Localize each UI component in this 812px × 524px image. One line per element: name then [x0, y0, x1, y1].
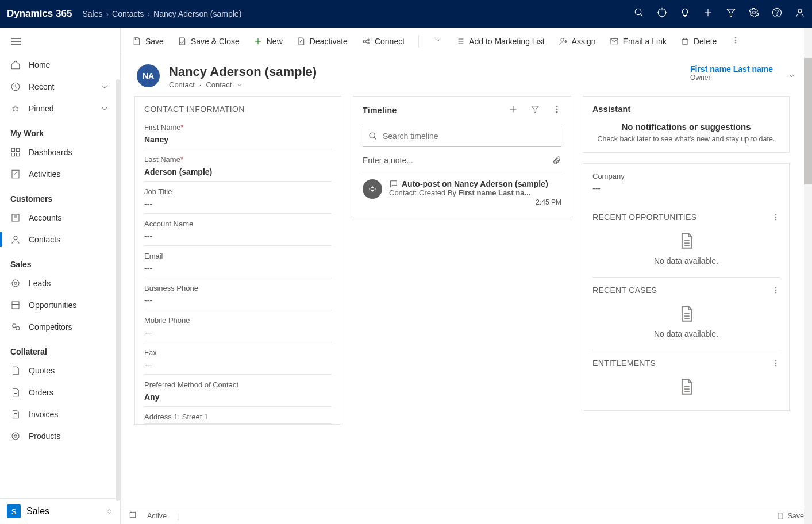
- field-label: Address 1: Street 1: [144, 413, 332, 421]
- invoice-icon: [10, 409, 21, 419]
- field-label: Preferred Method of Contact: [144, 380, 332, 389]
- field-value[interactable]: ---: [144, 260, 332, 275]
- timeline-item[interactable]: Auto-post on Nancy Aderson (sample) Cont…: [363, 172, 561, 209]
- lightbulb-icon[interactable]: [680, 7, 690, 20]
- connect-dropdown[interactable]: [434, 36, 442, 46]
- sidebar-group-customers: Customers: [0, 185, 120, 207]
- sidebar-item-label: Dashboards: [29, 148, 72, 157]
- recent-icon: [10, 82, 21, 92]
- timeline-note-input[interactable]: Enter a note...: [363, 151, 561, 172]
- company-value[interactable]: ---: [592, 180, 780, 195]
- more-vertical-icon[interactable]: [772, 286, 780, 294]
- assign-button[interactable]: Assign: [559, 37, 596, 46]
- more-vertical-icon[interactable]: [772, 213, 780, 221]
- page-scrollbar[interactable]: [804, 28, 812, 524]
- timeline-item-title: Auto-post on Nancy Aderson (sample): [402, 179, 548, 188]
- search-icon[interactable]: [634, 7, 644, 20]
- form-field[interactable]: Last Name*Aderson (sample): [144, 149, 332, 182]
- filter-icon[interactable]: [726, 7, 736, 20]
- form-field[interactable]: Preferred Method of ContactAny: [144, 375, 332, 407]
- sidebar-item-orders[interactable]: Orders: [0, 382, 120, 403]
- header-expand-button[interactable]: [788, 72, 796, 82]
- timeline-more-button[interactable]: [552, 105, 561, 115]
- contact-info-card: CONTACT INFORMATION First Name*NancyLast…: [134, 96, 341, 425]
- sidebar-item-invoices[interactable]: Invoices: [0, 403, 120, 425]
- gear-icon[interactable]: [749, 7, 759, 20]
- sidebar-item-accounts[interactable]: Accounts: [0, 207, 120, 229]
- sidebar-item-opportunities[interactable]: Opportunities: [0, 294, 120, 316]
- sidebar-item-label: Quotes: [29, 366, 55, 375]
- autopost-icon: [363, 179, 382, 199]
- entity-label: Contact: [169, 80, 195, 89]
- svg-point-66: [371, 187, 374, 190]
- hamburger-button[interactable]: [0, 28, 120, 54]
- form-field[interactable]: Email---: [144, 246, 332, 278]
- sidebar-app-switcher[interactable]: S Sales: [0, 498, 120, 524]
- field-value[interactable]: ---: [144, 357, 332, 372]
- chevron-right-icon: ›: [106, 9, 109, 18]
- field-value[interactable]: Any: [144, 389, 332, 404]
- sidebar-item-label: Pinned: [29, 104, 54, 113]
- delete-button[interactable]: Delete: [680, 37, 717, 46]
- breadcrumb-item[interactable]: Nancy Aderson (sample): [153, 9, 241, 18]
- sidebar-item-activities[interactable]: Activities: [0, 163, 120, 185]
- sidebar-item-dashboards[interactable]: Dashboards: [0, 141, 120, 163]
- sidebar-item-recent[interactable]: Recent: [0, 76, 120, 98]
- status-bar: Active | Save: [121, 507, 812, 524]
- sidebar-item-competitors[interactable]: Competitors: [0, 316, 120, 338]
- form-label[interactable]: Contact: [206, 80, 232, 89]
- more-commands-button[interactable]: [732, 36, 740, 46]
- status-active[interactable]: Active: [147, 512, 167, 520]
- field-value[interactable]: ---: [144, 292, 332, 307]
- svg-point-71: [775, 214, 776, 215]
- form-field[interactable]: Address 1: Street 1: [144, 407, 332, 424]
- deactivate-button[interactable]: Deactivate: [297, 37, 348, 46]
- breadcrumb-item[interactable]: Sales: [82, 9, 102, 18]
- timeline-filter-button[interactable]: [530, 105, 540, 115]
- form-field[interactable]: Job Title---: [144, 182, 332, 214]
- popout-button[interactable]: [129, 511, 137, 521]
- plus-icon[interactable]: [703, 7, 713, 20]
- breadcrumb-item[interactable]: Contacts: [112, 9, 144, 18]
- nodata-block: No data available.: [592, 299, 780, 342]
- help-icon[interactable]: [772, 7, 782, 20]
- new-button[interactable]: New: [253, 37, 283, 46]
- field-value[interactable]: ---: [144, 228, 332, 243]
- field-value[interactable]: ---: [144, 325, 332, 340]
- sidebar-item-pinned[interactable]: Pinned: [0, 98, 120, 120]
- sidebar-item-home[interactable]: Home: [0, 54, 120, 76]
- add-marketinglist-button[interactable]: Add to Marketing List: [456, 37, 545, 46]
- save-close-button[interactable]: Save & Close: [178, 37, 240, 46]
- sidebar-item-quotes[interactable]: Quotes: [0, 360, 120, 382]
- more-vertical-icon[interactable]: [772, 359, 780, 367]
- field-value[interactable]: Nancy: [144, 132, 332, 147]
- form-field[interactable]: Mobile Phone---: [144, 310, 332, 342]
- comp-icon: [10, 322, 21, 332]
- timeline-search[interactable]: [363, 126, 561, 147]
- save-close-icon: [178, 37, 187, 46]
- sidebar-item-leads[interactable]: Leads: [0, 272, 120, 294]
- target-icon[interactable]: [657, 7, 667, 20]
- sidebar-item-contacts[interactable]: Contacts: [0, 229, 120, 251]
- field-label: Fax: [144, 348, 332, 357]
- connect-button[interactable]: Connect: [361, 37, 405, 46]
- owner-field[interactable]: First name Last name Owner: [690, 64, 779, 82]
- sidebar-scrollbar[interactable]: [116, 79, 120, 501]
- status-save-button[interactable]: Save: [776, 512, 805, 520]
- form-field[interactable]: Fax---: [144, 342, 332, 375]
- svg-line-65: [374, 137, 376, 139]
- timeline-add-button[interactable]: [509, 105, 518, 115]
- form-field[interactable]: Business Phone---: [144, 278, 332, 310]
- form-field[interactable]: Account Name---: [144, 214, 332, 246]
- app-label: Sales: [26, 506, 49, 517]
- form-field[interactable]: First Name*Nancy: [144, 117, 332, 149]
- section-heading: ENTITLEMENTS: [592, 350, 780, 372]
- field-value[interactable]: ---: [144, 196, 332, 211]
- timeline-search-input[interactable]: [363, 126, 561, 147]
- save-button[interactable]: Save: [132, 37, 164, 46]
- sidebar-item-products[interactable]: Products: [0, 425, 120, 447]
- attachment-icon[interactable]: [552, 156, 561, 165]
- field-value[interactable]: Aderson (sample): [144, 164, 332, 179]
- person-icon[interactable]: [795, 7, 805, 20]
- email-link-button[interactable]: Email a Link: [610, 37, 667, 46]
